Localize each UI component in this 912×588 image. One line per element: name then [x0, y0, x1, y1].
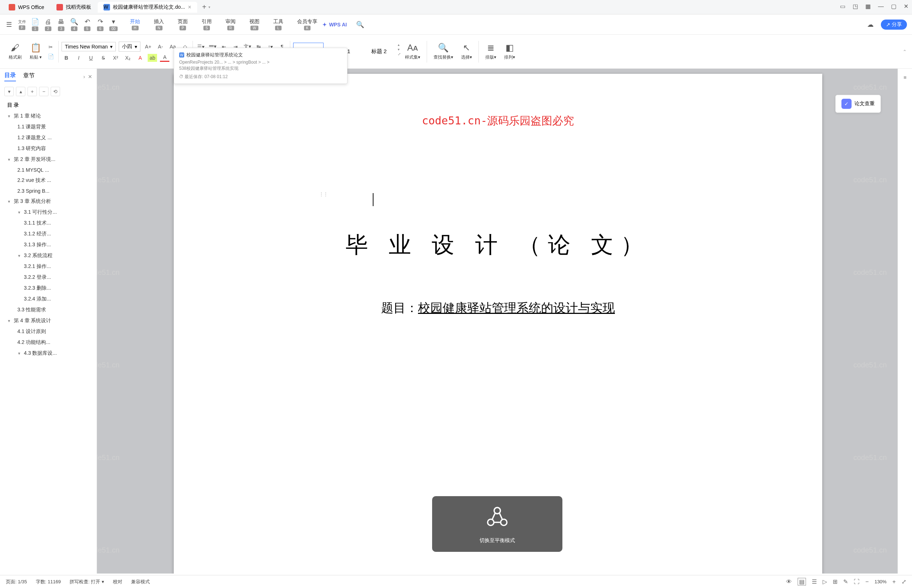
format-brush-button[interactable]: 🖌格式刷: [5, 41, 25, 62]
outline-item[interactable]: ▼3.1 可行性分...: [0, 207, 97, 218]
italic-icon[interactable]: I: [74, 54, 83, 62]
outline-item[interactable]: 3.2.4 添加...: [0, 294, 97, 304]
menu-tools[interactable]: 工具L: [273, 18, 283, 31]
arrange-button[interactable]: ◧排列▾: [501, 41, 518, 62]
page-canvas[interactable]: code51.cncode51.cncode51.cncode51.cncode…: [97, 69, 897, 573]
outline-item[interactable]: 3.1.3 操作...: [0, 239, 97, 250]
copy-icon[interactable]: 📄: [46, 52, 55, 60]
avatar-icon[interactable]: ▦: [865, 3, 871, 10]
cut-icon[interactable]: ✂: [46, 43, 55, 51]
zoom-level[interactable]: 130%: [874, 579, 886, 585]
remove-icon[interactable]: −: [39, 87, 49, 96]
outline-item[interactable]: 4.1 设计原则: [0, 326, 97, 337]
menu-vip[interactable]: 会员专享K: [297, 18, 317, 31]
outline-item[interactable]: ▼第 2 章 开发环境...: [0, 154, 97, 165]
tab-template[interactable]: 找稻壳模板: [51, 2, 97, 13]
menu-page[interactable]: 页面P: [178, 18, 188, 31]
sidebar-next-icon[interactable]: ›: [83, 74, 85, 79]
tab-dropdown[interactable]: ▾: [209, 5, 210, 9]
add-icon[interactable]: +: [28, 87, 37, 96]
redo-icon[interactable]: ↷: [96, 18, 104, 26]
font-name-select[interactable]: Times New Roman▾: [62, 42, 116, 51]
underline-icon[interactable]: U: [86, 54, 96, 62]
outline-view-icon[interactable]: ☰: [812, 578, 817, 585]
share-button[interactable]: ↗分享: [881, 19, 907, 30]
draft-view-icon[interactable]: ✎: [843, 578, 848, 585]
fullscreen-icon[interactable]: ⤢: [902, 578, 906, 585]
wps-ai-button[interactable]: ✦WPS AI: [322, 22, 347, 27]
panel-toggle-icon[interactable]: ≡: [900, 72, 910, 82]
strike-icon[interactable]: S̶: [99, 54, 108, 62]
preview-icon[interactable]: 🔍: [70, 18, 78, 26]
outline-item[interactable]: ▼第 4 章 系统设计: [0, 315, 97, 326]
outline-item[interactable]: ▼第 3 章 系统分析: [0, 196, 97, 207]
print-icon[interactable]: 🖶: [57, 18, 65, 26]
close-window-icon[interactable]: ✕: [904, 3, 909, 10]
shrink-font-icon[interactable]: A-: [156, 43, 165, 51]
outline-item[interactable]: 2.3 Spring B...: [0, 186, 97, 196]
tab-wps-office[interactable]: WPS Office: [3, 2, 50, 13]
outline-item[interactable]: 3.2.2 登录...: [0, 272, 97, 283]
zoom-in-icon[interactable]: +: [893, 578, 896, 585]
collapse-ribbon-icon[interactable]: ⌃: [902, 49, 907, 55]
close-icon[interactable]: ×: [188, 4, 191, 10]
outline-item[interactable]: 1.1 课题背景: [0, 121, 97, 132]
page-view-icon[interactable]: ▤: [798, 578, 806, 585]
menu-home[interactable]: 开始H: [130, 18, 140, 31]
drag-handle-icon[interactable]: ⋮⋮: [319, 192, 328, 197]
outline-item[interactable]: 1.2 课题意义 ...: [0, 132, 97, 143]
outline-item[interactable]: 3.2.3 删除...: [0, 283, 97, 294]
outline-item[interactable]: 3.3 性能需求: [0, 304, 97, 315]
style-down-icon[interactable]: ▾: [398, 47, 401, 51]
outline-item[interactable]: 3.1.1 技术...: [0, 218, 97, 229]
outline-item[interactable]: 2.1 MYSQL ...: [0, 165, 97, 175]
font-size-select[interactable]: 小四▾: [119, 42, 141, 52]
win-tabs-icon[interactable]: ▭: [840, 3, 846, 10]
web-view-icon[interactable]: ⊞: [833, 578, 837, 585]
style-h2[interactable]: 标题 2: [361, 43, 397, 60]
cloud-icon[interactable]: ☁: [867, 21, 874, 29]
sidebar-tab-outline[interactable]: 目录: [4, 72, 16, 81]
undo-icon[interactable]: ↶: [83, 18, 91, 26]
style-set-button[interactable]: Aᴀ样式集▾: [401, 41, 424, 62]
outline-item[interactable]: 2.2 vue 技术 ...: [0, 175, 97, 186]
page-indicator[interactable]: 页面: 1/35: [6, 578, 27, 585]
outline-item[interactable]: ▼3.2 系统流程: [0, 250, 97, 261]
compat-mode[interactable]: 兼容模式: [131, 578, 150, 585]
sidebar-close-icon[interactable]: ✕: [88, 74, 92, 79]
win-cube-icon[interactable]: ◳: [853, 3, 858, 10]
menu-view[interactable]: 视图W: [249, 18, 259, 31]
zoom-out-icon[interactable]: −: [865, 578, 868, 585]
layout-button[interactable]: ≣排版▾: [482, 41, 500, 62]
new-doc-icon[interactable]: 📄: [31, 18, 39, 26]
select-button[interactable]: ↖选择▾: [457, 41, 476, 62]
refresh-icon[interactable]: ⟲: [51, 87, 60, 96]
find-replace-button[interactable]: 🔍查找替换▾: [430, 41, 457, 62]
proofread-button[interactable]: 校对: [113, 578, 122, 585]
spellcheck-status[interactable]: 拼写检查: 打开 ▾: [70, 578, 104, 585]
subscript-icon[interactable]: X₂: [123, 54, 133, 62]
style-up-icon[interactable]: ▴: [398, 43, 401, 47]
expand-down-icon[interactable]: ▾: [4, 87, 14, 96]
sidebar-tab-chapter[interactable]: 章节: [23, 72, 35, 81]
outline-root[interactable]: 目 录: [0, 100, 97, 111]
save-icon[interactable]: 🖨: [44, 18, 52, 26]
outline-item[interactable]: ▼第 1 章 绪论: [0, 111, 97, 121]
menu-review[interactable]: 审阅R: [225, 18, 236, 31]
outline-item[interactable]: 4.2 功能结构...: [0, 337, 97, 348]
menu-reference[interactable]: 引用S: [202, 18, 212, 31]
reading-view-icon[interactable]: ▷: [823, 578, 827, 585]
superscript-icon[interactable]: X²: [111, 54, 120, 62]
word-count[interactable]: 字数: 11169: [36, 578, 61, 585]
outline-item[interactable]: ▼4.3 数据库设...: [0, 348, 97, 359]
minimize-icon[interactable]: —: [878, 3, 884, 10]
plagiarism-check-button[interactable]: ✓ 论文查重: [835, 95, 881, 113]
tab-document[interactable]: W校园健康驿站管理系统论文.do...×: [98, 2, 197, 13]
menu-icon[interactable]: ☰: [5, 21, 13, 29]
outline-item[interactable]: 3.2.1 操作...: [0, 261, 97, 272]
maximize-icon[interactable]: ▢: [891, 3, 896, 10]
bold-icon[interactable]: B: [62, 54, 71, 62]
outline-item[interactable]: 3.1.2 经济...: [0, 229, 97, 239]
menu-insert[interactable]: 插入N: [154, 18, 164, 31]
file-menu[interactable]: 文件: [18, 19, 26, 24]
